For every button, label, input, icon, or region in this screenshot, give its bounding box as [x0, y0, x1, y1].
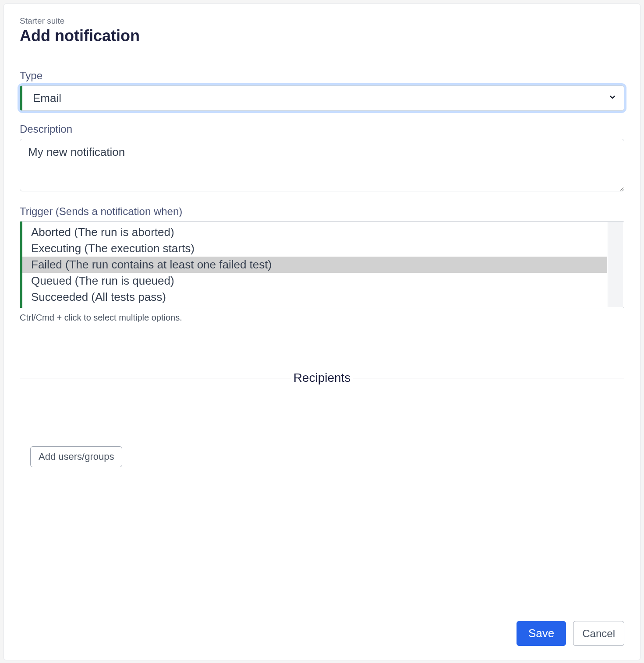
trigger-option[interactable]: Aborted (The run is aborted): [22, 224, 607, 240]
trigger-option[interactable]: Succeeded (All tests pass): [22, 289, 607, 305]
type-select-wrap: Email: [20, 85, 624, 111]
trigger-label: Trigger (Sends a notification when): [20, 205, 624, 218]
recipients-body: Add users/groups: [20, 402, 624, 467]
cancel-button[interactable]: Cancel: [573, 621, 624, 646]
breadcrumb: Starter suite: [20, 16, 624, 26]
trigger-field-group: Trigger (Sends a notification when) Abor…: [20, 205, 624, 323]
trigger-option[interactable]: Failed (The run contains at least one fa…: [22, 257, 607, 273]
page-title: Add notification: [20, 27, 624, 45]
description-field-group: Description: [20, 123, 624, 193]
description-label: Description: [20, 123, 624, 135]
trigger-help-text: Ctrl/Cmd + click to select multiple opti…: [20, 313, 624, 323]
save-button[interactable]: Save: [517, 621, 566, 646]
recipients-title: Recipients: [291, 371, 354, 385]
trigger-option[interactable]: Executing (The execution starts): [22, 240, 607, 257]
scrollbar-gutter: [608, 222, 623, 307]
footer-actions: Save Cancel: [517, 621, 624, 646]
type-select[interactable]: Email: [20, 85, 624, 111]
trigger-multiselect[interactable]: Aborted (The run is aborted)Executing (T…: [20, 221, 624, 308]
notification-form-card: Starter suite Add notification Type Emai…: [4, 4, 640, 660]
type-label: Type: [20, 70, 624, 82]
type-field-group: Type Email: [20, 70, 624, 111]
add-users-groups-button[interactable]: Add users/groups: [30, 446, 122, 467]
description-textarea[interactable]: [20, 139, 624, 191]
trigger-option[interactable]: Queued (The run is queued): [22, 273, 607, 289]
recipients-divider: Recipients: [20, 371, 624, 385]
